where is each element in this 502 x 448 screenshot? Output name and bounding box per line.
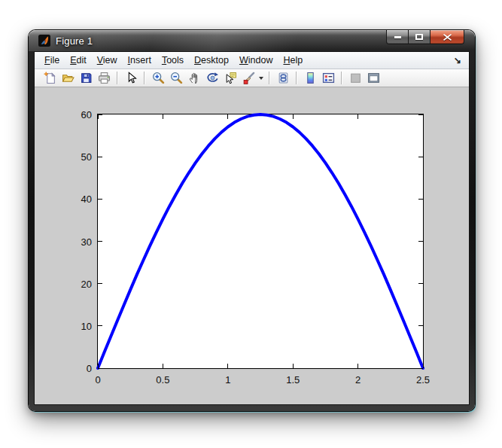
figure-window: Figure 1 FileEditViewInsertToolsDesktopW… [29, 30, 475, 411]
close-icon [443, 34, 452, 41]
axis-tick [418, 157, 423, 157]
axis-tick [418, 114, 423, 115]
rotate-3d-icon[interactable] [203, 70, 221, 86]
minimize-button[interactable] [386, 30, 409, 44]
line-series [98, 114, 423, 368]
y-tick-label: 50 [81, 151, 92, 163]
x-tick-label: 1.5 [286, 374, 300, 386]
axis-tick [227, 364, 228, 368]
maximize-button[interactable] [409, 30, 430, 44]
window-title: Figure 1 [56, 35, 93, 47]
axis-tick [98, 114, 99, 119]
y-tick-label: 20 [81, 278, 92, 289]
axis-tick [227, 114, 228, 119]
x-tick-label: 2.5 [416, 374, 430, 386]
new-figure-icon[interactable] [41, 70, 59, 86]
axis-tick [418, 325, 423, 326]
zoom-in-icon[interactable] [149, 70, 167, 86]
x-tick-label: 0.5 [156, 374, 169, 386]
axis-tick [98, 157, 102, 157]
axis-tick [98, 241, 102, 242]
menu-insert[interactable]: Insert [123, 53, 157, 67]
axis-tick [98, 114, 102, 115]
link-plot-icon[interactable] [274, 70, 292, 86]
axis-tick [418, 241, 423, 242]
menu-view[interactable]: View [92, 53, 123, 67]
menu-file[interactable]: File [39, 53, 65, 67]
figure-toolbar [35, 69, 469, 87]
desktop-background: Figure 1 FileEditViewInsertToolsDesktopW… [0, 0, 502, 448]
axis-tick [423, 114, 424, 119]
dock-figure-arrow-icon[interactable]: ↘ [454, 56, 464, 65]
pan-icon[interactable] [185, 70, 203, 86]
menu-tools[interactable]: Tools [157, 53, 189, 67]
figure-client-area: FileEditViewInsertToolsDesktopWindowHelp… [34, 51, 470, 405]
toolbar-separator [117, 72, 118, 84]
menubar: FileEditViewInsertToolsDesktopWindowHelp… [35, 52, 469, 69]
insert-legend-icon[interactable] [319, 70, 337, 86]
menu-window[interactable]: Window [234, 53, 278, 67]
close-button[interactable] [430, 30, 464, 44]
y-tick-label: 40 [81, 194, 92, 205]
insert-colorbar-icon[interactable] [301, 70, 319, 86]
axis-tick [418, 368, 423, 369]
x-tick-label: 1 [225, 374, 230, 386]
zoom-out-icon[interactable] [167, 70, 185, 86]
plot-axes[interactable]: 00.511.522.50102030405060 [97, 114, 424, 369]
y-tick-label: 10 [81, 320, 92, 331]
axis-tick [418, 199, 423, 200]
brush-icon[interactable] [239, 70, 257, 86]
menu-items: FileEditViewInsertToolsDesktopWindowHelp [39, 53, 308, 67]
axis-tick [293, 114, 294, 119]
axis-tick [357, 364, 358, 368]
maximize-icon [415, 34, 423, 40]
print-figure-icon[interactable] [95, 70, 113, 86]
toolbar-separator [341, 72, 342, 84]
menu-desktop[interactable]: Desktop [189, 53, 234, 67]
edit-plot-icon[interactable] [122, 70, 140, 86]
axis-tick [418, 283, 423, 284]
show-plot-tools-icon[interactable] [364, 70, 382, 86]
axis-tick [293, 364, 294, 368]
axis-tick [163, 114, 163, 119]
toolbar-separator [144, 72, 145, 84]
axis-tick [98, 199, 102, 200]
figure-canvas: 00.511.522.50102030405060 [35, 87, 469, 404]
data-cursor-icon[interactable] [221, 70, 239, 86]
y-tick-label: 30 [81, 236, 92, 247]
matlab-logo-icon [38, 35, 50, 47]
titlebar[interactable]: Figure 1 [29, 30, 475, 51]
save-figure-icon[interactable] [77, 70, 95, 86]
window-controls [386, 30, 464, 44]
axis-tick [98, 283, 102, 284]
minimize-icon [394, 36, 401, 38]
axis-tick [163, 364, 163, 368]
axis-tick [98, 368, 102, 369]
y-tick-label: 60 [81, 109, 92, 120]
toolbar-separator [296, 72, 297, 84]
menu-help[interactable]: Help [278, 53, 308, 67]
x-tick-label: 0 [95, 374, 100, 386]
y-tick-label: 0 [87, 363, 92, 374]
axis-tick [357, 114, 358, 119]
brush-dropdown-caret-icon[interactable] [257, 70, 265, 86]
hide-plot-tools-icon[interactable] [346, 70, 364, 86]
x-tick-label: 2 [355, 374, 361, 386]
toolbar-separator [269, 72, 270, 84]
menu-edit[interactable]: Edit [65, 53, 92, 67]
axis-tick [98, 325, 102, 326]
open-file-icon[interactable] [59, 70, 77, 86]
